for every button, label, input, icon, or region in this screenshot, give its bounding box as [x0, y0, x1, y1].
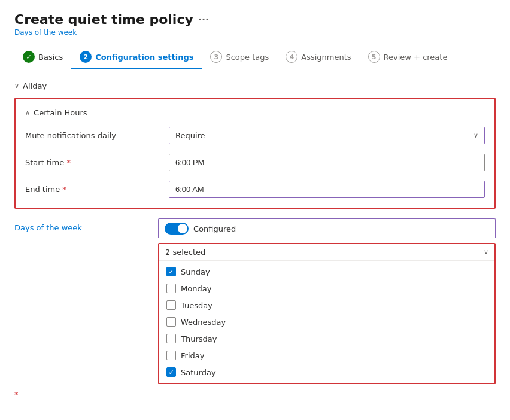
basics-circle: ✓ [23, 51, 35, 63]
sunday-checkbox[interactable] [166, 267, 176, 276]
certain-hours-label: Certain Hours [34, 108, 87, 117]
required-note-row: * [14, 390, 496, 399]
monday-label: Monday [181, 284, 211, 293]
end-time-row: End time * [25, 181, 485, 198]
day-sunday-option[interactable]: Sunday [159, 263, 494, 280]
config-label: Configuration settings [95, 53, 193, 62]
divider [14, 409, 496, 409]
days-dropdown-box: 2 selected ∨ Sunday Monday Tuesday [158, 243, 496, 384]
days-chevron-icon: ∨ [484, 248, 488, 256]
review-circle: 5 [368, 51, 380, 63]
start-time-label: Start time * [25, 158, 169, 167]
saturday-checkbox[interactable] [166, 367, 176, 377]
days-dropdown-header[interactable]: 2 selected ∨ [159, 244, 494, 261]
start-time-control [169, 154, 485, 171]
mute-row: Mute notifications daily Require ∨ [25, 127, 485, 144]
tab-basics[interactable]: ✓ Basics [14, 46, 71, 69]
tuesday-checkbox[interactable] [166, 300, 176, 310]
required-star: * [14, 390, 19, 399]
mute-dropdown[interactable]: Require ∨ [169, 127, 485, 144]
mute-label: Mute notifications daily [25, 131, 169, 140]
mute-value: Require [175, 131, 205, 140]
review-label: Review + create [384, 53, 448, 62]
start-time-input[interactable] [169, 154, 485, 171]
allday-section: ∨ Allday [14, 81, 496, 90]
thursday-checkbox[interactable] [166, 334, 176, 343]
monday-checkbox[interactable] [166, 284, 176, 293]
allday-header[interactable]: ∨ Allday [14, 81, 496, 90]
tuesday-label: Tuesday [181, 301, 212, 310]
scope-circle: 3 [210, 51, 222, 63]
days-control: Configured 2 selected ∨ Sunday Monday [158, 218, 496, 384]
allday-label: Allday [23, 81, 47, 90]
end-time-label: End time * [25, 185, 169, 194]
mute-chevron-icon: ∨ [473, 132, 478, 139]
days-toggle-row: Configured [158, 218, 496, 238]
friday-checkbox[interactable] [166, 351, 176, 360]
days-of-week-section: Days of the week Configured 2 selected ∨… [14, 218, 496, 384]
wizard-steps: ✓ Basics 2 Configuration settings 3 Scop… [14, 46, 496, 69]
saturday-label: Saturday [181, 368, 216, 377]
days-selected-count: 2 selected [165, 248, 205, 257]
allday-chevron: ∨ [14, 82, 19, 90]
wednesday-label: Wednesday [181, 318, 226, 327]
start-time-row: Start time * [25, 154, 485, 171]
tab-configuration[interactable]: 2 Configuration settings [71, 46, 202, 69]
day-tuesday-option[interactable]: Tuesday [159, 297, 494, 314]
days-label: Days of the week [14, 218, 158, 232]
days-options-list: Sunday Monday Tuesday Wednesday Thursday [159, 261, 494, 383]
days-toggle[interactable] [165, 223, 189, 235]
day-saturday-option[interactable]: Saturday [159, 364, 494, 381]
certain-hours-chevron: ∧ [25, 109, 30, 117]
days-toggle-label: Configured [193, 224, 236, 233]
page-title: Create quiet time policy ··· [14, 12, 496, 27]
scope-label: Scope tags [226, 53, 269, 62]
config-circle: 2 [80, 51, 92, 63]
mute-control: Require ∨ [169, 127, 485, 144]
friday-label: Friday [181, 351, 204, 360]
day-thursday-option[interactable]: Thursday [159, 330, 494, 347]
basics-label: Basics [38, 53, 63, 62]
day-monday-option[interactable]: Monday [159, 280, 494, 297]
assignments-label: Assignments [301, 53, 351, 62]
day-wednesday-option[interactable]: Wednesday [159, 314, 494, 330]
day-friday-option[interactable]: Friday [159, 347, 494, 364]
tab-assignments[interactable]: 4 Assignments [277, 46, 359, 69]
certain-hours-header[interactable]: ∧ Certain Hours [25, 108, 485, 117]
title-text: Create quiet time policy [14, 12, 193, 27]
end-time-input[interactable] [169, 181, 485, 198]
title-ellipsis[interactable]: ··· [198, 14, 209, 25]
tab-review[interactable]: 5 Review + create [360, 46, 456, 69]
end-time-control [169, 181, 485, 198]
certain-hours-box: ∧ Certain Hours Mute notifications daily… [14, 98, 496, 209]
sunday-label: Sunday [181, 267, 210, 276]
assignments-circle: 4 [286, 51, 298, 63]
tab-scope[interactable]: 3 Scope tags [202, 46, 277, 69]
page-subtitle: Days of the week [14, 28, 496, 36]
wednesday-checkbox[interactable] [166, 317, 176, 327]
thursday-label: Thursday [181, 334, 217, 343]
